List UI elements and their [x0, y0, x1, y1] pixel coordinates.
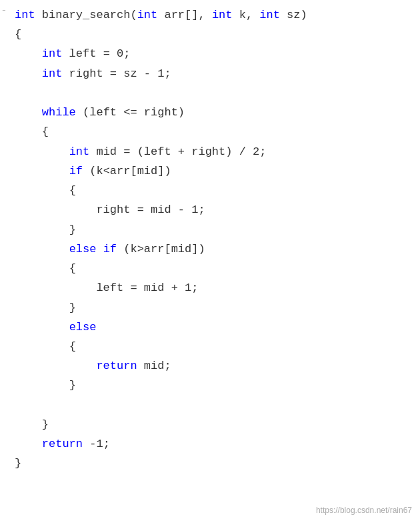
code-line: if (k<arr[mid])	[15, 161, 413, 181]
code-text: }	[42, 418, 49, 431]
code-line: int right = sz - 1;	[15, 64, 413, 83]
code-text: right = sz - 1;	[62, 67, 171, 80]
code-line: return mid;	[15, 356, 413, 376]
code-text: (k<arr[mid])	[83, 165, 171, 177]
code-text: (left <= right)	[76, 106, 185, 119]
code-line: {	[15, 181, 413, 200]
keyword: if	[103, 243, 117, 255]
keyword: int	[137, 9, 158, 21]
code-line: {	[15, 25, 413, 44]
keyword: int	[42, 67, 63, 80]
code-text: {	[69, 262, 76, 275]
code-text: binary_search(	[35, 9, 137, 21]
keyword: return	[96, 360, 137, 372]
code-text: }	[69, 223, 76, 236]
code-text: -1;	[83, 438, 110, 450]
code-text: left = mid + 1;	[96, 282, 198, 294]
code-line: int binary_search(int arr[], int k, int …	[15, 5, 413, 25]
keyword: return	[42, 438, 83, 450]
keyword: int	[212, 9, 233, 21]
code-line: {	[15, 337, 413, 356]
code-text: }	[15, 457, 21, 470]
code-text: k,	[232, 9, 259, 21]
code-line: else	[15, 318, 413, 337]
code-line: }	[15, 376, 413, 395]
keyword: int	[42, 47, 63, 60]
code-content: int binary_search(int arr[], int k, int …	[0, 5, 420, 474]
keyword: else	[69, 321, 97, 334]
code-text: }	[69, 379, 76, 392]
code-text: mid = (left + right) / 2;	[89, 145, 266, 158]
code-text: }	[69, 302, 76, 314]
code-line: }	[15, 298, 413, 318]
keyword: if	[69, 165, 83, 177]
code-text: {	[42, 125, 49, 138]
code-line	[15, 83, 413, 103]
keyword: int	[259, 9, 280, 21]
keyword: int	[15, 9, 35, 21]
code-line: {	[15, 122, 413, 141]
code-line: }	[15, 415, 413, 434]
code-text: right = mid - 1;	[96, 203, 205, 216]
code-line: while (left <= right)	[15, 103, 413, 122]
code-text: {	[69, 184, 76, 197]
keyword: int	[69, 145, 90, 158]
code-text: {	[15, 28, 21, 41]
keyword: else	[69, 243, 97, 255]
code-line: int left = 0;	[15, 44, 413, 63]
code-line: }	[15, 220, 413, 239]
collapse-icon[interactable]: ⁻	[1, 5, 7, 20]
code-line: {	[15, 259, 413, 278]
watermark: https://blog.csdn.net/rain67	[316, 504, 412, 517]
code-text: {	[69, 340, 76, 353]
code-line: }	[15, 454, 413, 473]
keyword: while	[42, 106, 76, 119]
code-text: arr[],	[157, 9, 212, 21]
code-line	[15, 396, 413, 415]
code-text: (k>arr[mid])	[117, 243, 205, 255]
code-text: mid;	[137, 360, 171, 372]
code-editor: ⁻ int binary_search(int arr[], int k, in…	[0, 0, 420, 525]
code-text: left = 0;	[62, 47, 130, 60]
code-line: return -1;	[15, 434, 413, 454]
code-line: int mid = (left + right) / 2;	[15, 142, 413, 161]
code-line: left = mid + 1;	[15, 278, 413, 298]
code-line: right = mid - 1;	[15, 200, 413, 219]
code-line: else if (k>arr[mid])	[15, 239, 413, 259]
code-text	[96, 243, 103, 255]
code-text: sz)	[280, 9, 307, 21]
